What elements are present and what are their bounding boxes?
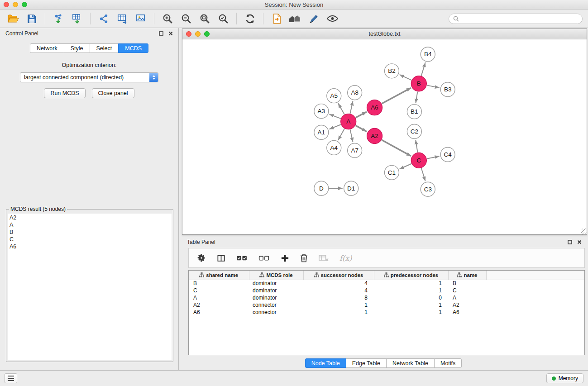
edge-C-C4[interactable] (427, 156, 440, 159)
result-list-item[interactable]: A2 (10, 214, 170, 221)
annotation-pen-icon[interactable] (305, 11, 322, 26)
column-header-name[interactable]: name (448, 271, 486, 280)
node-B1[interactable]: B1 (407, 105, 421, 119)
node-A7[interactable]: A7 (348, 143, 362, 157)
minimize-network-window-button[interactable] (195, 31, 201, 37)
new-column-icon[interactable] (281, 250, 289, 266)
edge-B-B2[interactable] (400, 75, 411, 80)
node-A5[interactable]: A5 (327, 89, 341, 103)
table-cell[interactable]: 1 (374, 287, 448, 294)
table-row[interactable]: Bdominator41B (189, 280, 584, 287)
save-session-icon[interactable] (23, 11, 40, 26)
table-cell[interactable]: 1 (303, 309, 374, 316)
tab-network[interactable]: Network (30, 43, 64, 53)
select-all-icon[interactable] (236, 250, 248, 266)
show-hide-eye-icon[interactable] (324, 11, 341, 26)
table-cell[interactable]: connector (249, 301, 303, 309)
minimize-window-button[interactable] (13, 2, 18, 7)
task-history-button[interactable] (5, 373, 17, 383)
table-cell[interactable]: 1 (374, 301, 448, 309)
float-panel-icon[interactable] (159, 31, 163, 36)
resize-grip[interactable] (581, 229, 587, 234)
import-table-icon[interactable] (68, 11, 86, 26)
node-A8[interactable]: A8 (348, 86, 362, 100)
zoom-out-icon[interactable] (177, 11, 195, 26)
edge-B-B3[interactable] (427, 85, 440, 88)
edge-A-A8[interactable] (350, 101, 353, 114)
table-cell[interactable]: B (448, 280, 486, 287)
zoom-window-button[interactable] (22, 2, 27, 7)
tab-network-table[interactable]: Network Table (386, 358, 435, 368)
column-header-MCDS-role[interactable]: MCDS role (249, 271, 303, 280)
node-B3[interactable]: B3 (440, 82, 455, 97)
table-cell[interactable]: 1 (303, 301, 374, 309)
table-cell[interactable]: B (189, 280, 249, 287)
edge-A-A4[interactable] (338, 129, 344, 140)
node-A1[interactable]: A1 (314, 125, 329, 140)
zoom-in-icon[interactable] (159, 11, 176, 26)
run-mcds-button[interactable]: Run MCDS (44, 88, 85, 98)
table-cell[interactable]: 4 (303, 280, 374, 287)
mcds-result-list[interactable]: A2ABCA6 (8, 214, 172, 360)
export-image-icon[interactable] (132, 11, 149, 26)
table-cell[interactable]: 1 (374, 309, 448, 316)
deselect-all-icon[interactable] (258, 250, 270, 266)
node-A[interactable]: A (341, 114, 356, 129)
result-list-item[interactable]: A (10, 221, 170, 229)
node-B2[interactable]: B2 (385, 64, 399, 78)
tab-motifs[interactable]: Motifs (434, 358, 462, 368)
open-session-icon[interactable] (5, 11, 22, 26)
table-options-gear-icon[interactable] (197, 250, 206, 266)
function-builder-icon[interactable]: f(x) (339, 254, 352, 262)
close-network-window-button[interactable] (186, 31, 191, 37)
document-export-icon[interactable] (268, 11, 285, 26)
tab-select[interactable]: Select (90, 43, 119, 53)
node-A3[interactable]: A3 (314, 104, 329, 119)
edge-A-A3[interactable] (329, 114, 340, 119)
table-cell[interactable]: dominator (249, 287, 303, 294)
table-cell[interactable]: 0 (374, 294, 448, 301)
table-cell[interactable]: A2 (189, 301, 249, 309)
node-A2[interactable]: A2 (367, 129, 382, 144)
import-network-icon[interactable] (50, 11, 67, 26)
edge-C-C3[interactable] (421, 168, 425, 181)
tab-edge-table[interactable]: Edge Table (346, 358, 387, 368)
node-D1[interactable]: D1 (344, 181, 359, 195)
table-cell[interactable]: dominator (249, 294, 303, 301)
edge-B-B4[interactable] (421, 62, 425, 76)
node-B[interactable]: B (411, 76, 426, 91)
table-cell[interactable]: A6 (448, 309, 486, 316)
close-window-button[interactable] (4, 2, 9, 7)
edge-A-A7[interactable] (350, 129, 353, 142)
node-A4[interactable]: A4 (327, 140, 341, 155)
export-table-icon[interactable] (114, 11, 131, 26)
tab-node-table[interactable]: Node Table (305, 358, 346, 368)
edge-A-A1[interactable] (329, 124, 341, 129)
close-panel-button[interactable]: Close panel (92, 88, 134, 98)
tab-style[interactable]: Style (64, 43, 90, 53)
edge-A2-C[interactable] (382, 140, 411, 156)
edge-B-B1[interactable] (416, 92, 417, 103)
optimization-criterion-dropdown[interactable]: largest connected component (directed) (20, 72, 158, 82)
delete-column-icon[interactable] (300, 250, 308, 266)
refresh-icon[interactable] (241, 11, 258, 26)
show-columns-icon[interactable] (217, 250, 225, 266)
float-table-panel-icon[interactable] (568, 240, 572, 244)
export-network-icon[interactable] (95, 11, 112, 26)
table-row[interactable]: Cdominator41C (189, 287, 584, 294)
network-canvas[interactable]: B4B2BB3A5A8A6B1A3AA1C2A2A4A7C4CC1C3DD1 (182, 39, 587, 234)
delete-table-icon[interactable] (319, 250, 329, 266)
memory-button[interactable]: Memory (546, 373, 583, 383)
result-list-item[interactable]: B (10, 229, 170, 236)
table-cell[interactable]: 4 (303, 287, 374, 294)
edge-A-A6[interactable] (356, 112, 367, 118)
node-A6[interactable]: A6 (367, 100, 382, 115)
table-cell[interactable]: 1 (374, 280, 448, 287)
table-cell[interactable]: A (448, 294, 486, 301)
node-C1[interactable]: C1 (385, 165, 399, 180)
edge-A6-B[interactable] (382, 88, 411, 104)
dropdown-stepper-icon[interactable] (149, 73, 158, 82)
tab-mcds[interactable]: MCDS (118, 43, 148, 53)
table-cell[interactable]: A6 (189, 309, 249, 316)
edge-C-C2[interactable] (416, 140, 417, 152)
